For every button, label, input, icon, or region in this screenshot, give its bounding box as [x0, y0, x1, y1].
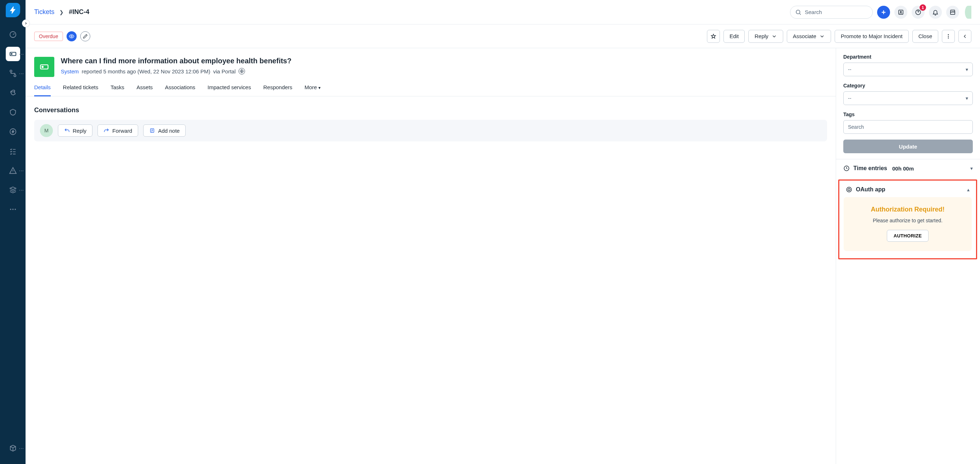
forward-icon	[103, 128, 109, 133]
associate-button[interactable]: Associate	[787, 30, 831, 43]
nav-inventory[interactable]: ⋮	[6, 183, 20, 197]
oauth-desc: Please authorize to get started.	[851, 218, 964, 223]
chevron-up-icon[interactable]: ▴	[967, 187, 970, 192]
category-select[interactable]: -- ▾	[843, 91, 973, 105]
notifications-button[interactable]	[929, 6, 942, 19]
watch-button[interactable]	[67, 31, 76, 41]
tab-associations[interactable]: Associations	[165, 84, 195, 96]
oauth-required-title: Authorization Required!	[851, 206, 964, 213]
nav-tickets[interactable]: ⋮	[6, 47, 20, 61]
tab-impacted[interactable]: Impacted services	[208, 84, 251, 96]
side-panel: Department -- ▾ Category -- ▾ Tags Updat…	[836, 48, 980, 464]
sidenav-collapse-button[interactable]	[22, 19, 30, 27]
svg-point-13	[71, 36, 72, 37]
time-entries-label: Time entries	[853, 165, 887, 172]
chevron-down-icon: ▾	[318, 85, 321, 90]
category-label: Category	[843, 83, 973, 89]
ticket-title: Where can I find more information about …	[61, 57, 291, 65]
svg-point-22	[846, 187, 851, 192]
update-button[interactable]: Update	[843, 140, 973, 153]
chevron-down-icon: ▾	[966, 95, 968, 101]
tab-responders[interactable]: Responders	[263, 84, 293, 96]
nav-workflows[interactable]: ⋮	[6, 66, 20, 81]
chevron-down-icon	[819, 33, 825, 39]
tab-assets[interactable]: Assets	[137, 84, 153, 96]
sidenav: ⋮ ⋮ ⋮ ⋮ ⋮	[0, 0, 25, 464]
collapse-side-button[interactable]	[958, 30, 971, 43]
ticket-reported-date: reported 5 months ago (Wed, 22 Nov 2023 …	[82, 68, 210, 75]
svg-point-23	[848, 189, 850, 191]
nav-alerts-menu-icon[interactable]: ⋮	[19, 168, 24, 173]
conv-forward-button[interactable]: Forward	[97, 124, 138, 137]
note-icon	[149, 128, 155, 133]
tab-more[interactable]: More▾	[305, 84, 321, 96]
marketplace-button[interactable]	[946, 6, 959, 19]
ticket-tabs: Details Related tickets Tasks Assets Ass…	[25, 77, 836, 96]
close-button[interactable]: Close	[912, 30, 938, 43]
nav-assets-menu-icon[interactable]: ⋮	[19, 446, 24, 451]
oauth-app-panel: OAuth app ▴ Authorization Required! Plea…	[838, 180, 977, 259]
breadcrumb-current: #INC-4	[69, 8, 89, 16]
chevron-down-icon[interactable]: ▾	[970, 165, 973, 171]
contacts-button[interactable]	[894, 6, 907, 19]
star-button[interactable]	[707, 30, 720, 43]
tags-label: Tags	[843, 111, 973, 117]
globe-icon	[239, 68, 245, 75]
nav-alerts[interactable]: ⋮	[6, 163, 20, 178]
svg-point-15	[948, 36, 949, 37]
help-button[interactable]: 1	[912, 6, 924, 19]
svg-point-6	[10, 209, 11, 210]
breadcrumb-root[interactable]: Tickets	[34, 8, 54, 16]
tab-tasks[interactable]: Tasks	[110, 84, 124, 96]
new-button[interactable]	[877, 6, 890, 19]
conversation-composer: M Reply Forward Add note	[34, 120, 827, 141]
nav-problems[interactable]	[6, 86, 20, 100]
more-actions-button[interactable]	[942, 30, 955, 43]
global-search	[790, 6, 873, 19]
oauth-title: OAuth app	[856, 186, 885, 193]
search-input[interactable]	[790, 6, 873, 19]
user-avatar-small: M	[40, 124, 53, 137]
app-logo[interactable]	[6, 3, 20, 17]
search-icon	[795, 9, 802, 16]
nav-tickets-menu-icon[interactable]: ⋮	[19, 52, 24, 56]
ticket-type-icon	[34, 57, 54, 77]
svg-point-14	[948, 34, 949, 35]
svg-point-9	[796, 10, 800, 14]
nav-automations[interactable]	[6, 124, 20, 139]
nav-dashboard[interactable]	[6, 27, 20, 42]
svg-point-18	[42, 66, 43, 68]
chevron-down-icon: ▾	[966, 67, 968, 72]
conv-add-note-button[interactable]: Add note	[143, 124, 186, 137]
tags-input[interactable]	[843, 120, 973, 134]
status-badge: Overdue	[34, 32, 63, 41]
ticket-via: via Portal	[213, 68, 235, 75]
time-entries-value: 00h 00m	[892, 165, 914, 172]
help-badge: 1	[920, 4, 926, 11]
oauth-icon	[846, 186, 852, 193]
nav-changes[interactable]	[6, 105, 20, 119]
nav-workflows-menu-icon[interactable]: ⋮	[19, 71, 24, 76]
time-entries-section[interactable]: Time entries 00h 00m ▾	[836, 159, 980, 177]
user-avatar[interactable]	[965, 6, 971, 19]
reply-button[interactable]: Reply	[748, 30, 783, 43]
tab-details[interactable]: Details	[34, 84, 51, 96]
svg-point-16	[948, 37, 949, 38]
chevron-down-icon	[772, 33, 777, 39]
svg-point-7	[12, 209, 14, 210]
nav-inventory-menu-icon[interactable]: ⋮	[19, 188, 24, 192]
nav-assets[interactable]: ⋮	[6, 441, 20, 455]
chevron-right-icon: ❯	[59, 10, 64, 15]
edit-button[interactable]: Edit	[724, 30, 745, 43]
edit-icon-button[interactable]	[80, 31, 90, 41]
ticket-header: Where can I find more information about …	[25, 48, 836, 77]
nav-more[interactable]	[6, 202, 20, 216]
reply-icon	[64, 128, 70, 133]
department-select[interactable]: -- ▾	[843, 63, 973, 76]
tab-related[interactable]: Related tickets	[63, 84, 98, 96]
authorize-button[interactable]: AUTHORIZE	[887, 230, 929, 242]
conv-reply-button[interactable]: Reply	[58, 124, 92, 137]
ticket-reporter[interactable]: System	[61, 68, 79, 75]
nav-tasks[interactable]	[6, 144, 20, 158]
promote-button[interactable]: Promote to Major Incident	[835, 30, 909, 43]
